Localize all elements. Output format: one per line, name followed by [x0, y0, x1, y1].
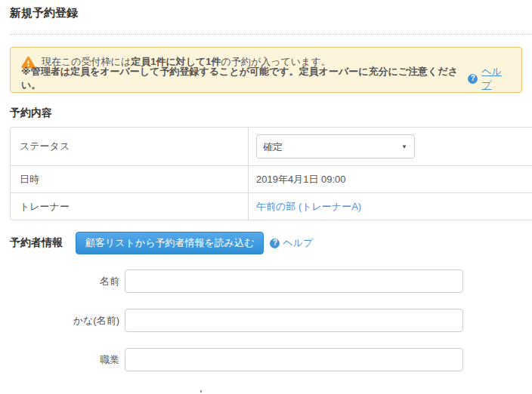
- reservation-section-title: 予約内容: [10, 106, 52, 120]
- field-row-kana: かな(名前): [10, 309, 463, 332]
- name-field-label: 名前: [10, 275, 125, 288]
- alert-text-line2: ※管理者は定員をオーバーして予約登録することが可能です。定員オーバーに充分にご注…: [21, 65, 464, 92]
- load-customer-button[interactable]: 顧客リストから予約者情報を読み込む: [76, 232, 264, 254]
- alert-line-2: ※管理者は定員をオーバーして予約登録することが可能です。定員オーバーに充分にご注…: [21, 70, 511, 87]
- field-row-name: 名前: [10, 269, 463, 293]
- occupation-input[interactable]: [125, 348, 463, 371]
- help-question-icon[interactable]: ?: [468, 74, 478, 84]
- alert-help-link[interactable]: ヘルプ: [481, 65, 511, 92]
- field-row-occupation: 職業: [10, 348, 463, 371]
- page-artifact-dot: [200, 390, 202, 392]
- status-row-value: 確定 ▼: [249, 128, 532, 165]
- table-row-datetime: 日時 2019年4月1日 09:00: [11, 165, 532, 192]
- status-select[interactable]: 確定: [256, 134, 415, 159]
- customer-fields: 名前 かな(名前) 職業: [10, 269, 463, 387]
- table-row-trainer: トレーナー 午前の部 (トレーナーA): [11, 192, 532, 220]
- datetime-row-label: 日時: [11, 166, 249, 192]
- table-row-status: ステータス 確定 ▼: [11, 128, 532, 165]
- status-select-wrap: 確定 ▼: [256, 134, 415, 159]
- kana-field-label: かな(名前): [10, 314, 125, 328]
- trainer-link[interactable]: 午前の部 (トレーナーA): [256, 200, 361, 214]
- status-row-label: ステータス: [11, 128, 249, 165]
- new-reservation-page: 新規予約登録 現在この受付枠には定員1件に対して1件の予約が入っています。 ※管…: [0, 0, 532, 394]
- customer-section-title: 予約者情報: [10, 236, 76, 250]
- trainer-row-label: トレーナー: [11, 193, 249, 220]
- kana-input[interactable]: [125, 309, 463, 332]
- title-divider: [10, 34, 532, 35]
- name-input[interactable]: [125, 269, 463, 293]
- trainer-row-value: 午前の部 (トレーナーA): [249, 193, 532, 220]
- capacity-warning-alert: 現在この受付枠には定員1件に対して1件の予約が入っています。 ※管理者は定員をオ…: [10, 47, 522, 93]
- customer-section-header: 予約者情報 顧客リストから予約者情報を読み込む ? ヘルプ: [10, 232, 313, 254]
- occupation-field-label: 職業: [10, 353, 125, 367]
- customer-help-link[interactable]: ヘルプ: [283, 236, 313, 250]
- customer-help-question-icon[interactable]: ?: [270, 239, 280, 248]
- datetime-row-value: 2019年4月1日 09:00: [249, 166, 532, 192]
- reservation-detail-table: ステータス 確定 ▼ 日時 2019年4月1日 09:00 トレーナー 午前の部…: [10, 127, 532, 220]
- page-title: 新規予約登録: [10, 6, 78, 20]
